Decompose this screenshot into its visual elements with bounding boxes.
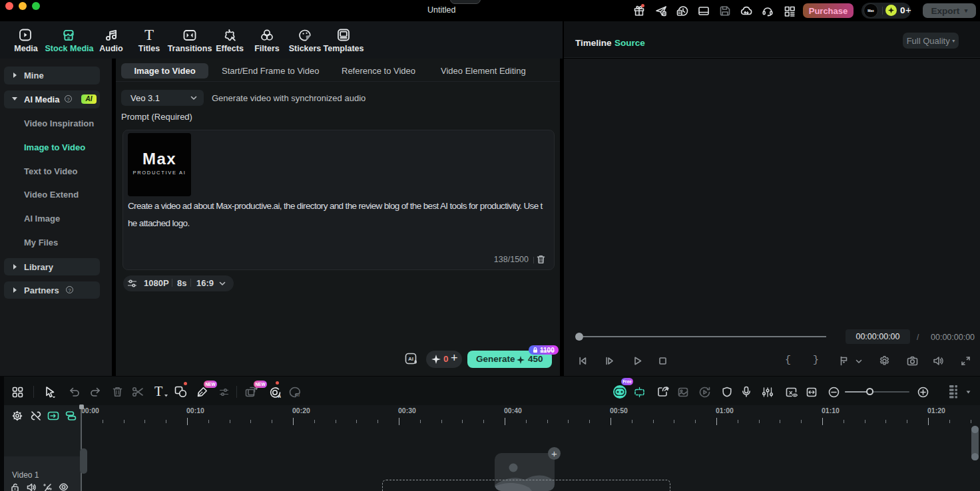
svg-text:AI: AI [408,356,413,362]
svg-text:AI: AI [278,394,282,399]
svg-text:AI: AI [296,393,300,397]
